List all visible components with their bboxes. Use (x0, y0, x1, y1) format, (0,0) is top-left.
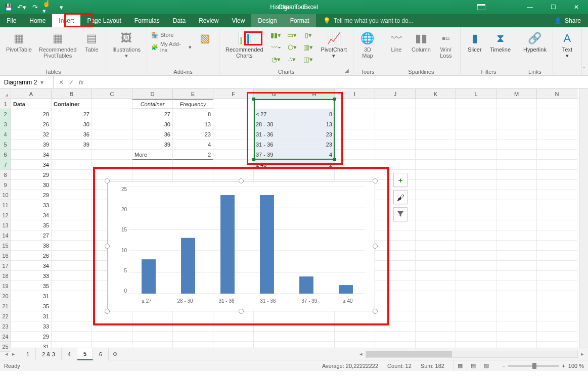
cell[interactable] (496, 332, 537, 342)
cell[interactable] (416, 139, 456, 150)
view-page-break-icon[interactable]: ▧ (480, 361, 493, 370)
cell[interactable] (52, 321, 92, 332)
cell[interactable]: 13 (294, 119, 335, 129)
cell[interactable] (537, 129, 577, 139)
row-header[interactable]: 22 (0, 311, 11, 321)
combo-chart-icon[interactable]: ▥▾ (301, 41, 316, 53)
cell[interactable]: 33 (11, 200, 52, 210)
column-header[interactable]: F (213, 89, 254, 99)
column-header[interactable]: K (416, 89, 456, 99)
cell[interactable] (537, 119, 577, 129)
cell[interactable] (456, 342, 496, 348)
cell[interactable] (416, 281, 456, 291)
cell[interactable] (456, 109, 496, 119)
row-header[interactable]: 18 (0, 271, 11, 281)
tell-me[interactable]: 💡 Tell me what you want to do... (316, 14, 547, 27)
statistic-chart-icon[interactable]: ⬡▾ (285, 41, 300, 53)
cell[interactable]: 38 (11, 241, 52, 251)
cell[interactable] (375, 342, 416, 348)
cell[interactable] (52, 281, 92, 291)
cell[interactable]: 34 (11, 261, 52, 271)
cell[interactable] (173, 321, 213, 332)
cell[interactable] (335, 109, 375, 119)
store-button[interactable]: 🏪 Store (151, 29, 192, 40)
cell[interactable] (375, 139, 416, 150)
zoom-level[interactable]: 100 % (568, 363, 584, 369)
cell[interactable] (52, 230, 92, 241)
pie-chart-icon[interactable]: ◔▾ (268, 54, 284, 65)
cell[interactable] (456, 241, 496, 251)
cell[interactable] (456, 119, 496, 129)
cell[interactable] (335, 342, 375, 348)
cell[interactable] (92, 342, 132, 348)
3d-map-button[interactable]: 🌐3D Map (357, 29, 378, 60)
cell[interactable] (537, 160, 577, 170)
cell[interactable] (456, 129, 496, 139)
cell[interactable] (416, 200, 456, 210)
cell[interactable] (456, 210, 496, 220)
row-header[interactable]: 8 (0, 170, 11, 180)
cell[interactable] (416, 119, 456, 129)
cell[interactable]: More (132, 150, 173, 160)
cell[interactable] (213, 332, 254, 342)
column-header[interactable]: G (254, 89, 294, 99)
cell[interactable]: Data (11, 99, 52, 109)
column-header[interactable]: L (456, 89, 496, 99)
cell[interactable]: 26 (11, 119, 52, 129)
cell[interactable] (294, 321, 335, 332)
cell[interactable] (456, 261, 496, 271)
tab-page-layout[interactable]: Page Layout (80, 14, 127, 27)
cell[interactable] (416, 311, 456, 321)
select-all-corner[interactable] (0, 89, 11, 99)
row-header[interactable]: 12 (0, 210, 11, 220)
row-header[interactable]: 3 (0, 119, 11, 129)
waterfall-chart-icon[interactable]: ▯▾ (301, 29, 316, 40)
undo-icon[interactable]: ↶▾ (16, 2, 27, 13)
column-header[interactable]: J (375, 89, 416, 99)
cell[interactable] (92, 160, 132, 170)
cell[interactable] (52, 241, 92, 251)
sparkline-column-button[interactable]: ▮▮Column (410, 29, 433, 54)
cell[interactable]: 30 (52, 119, 92, 129)
chart-handle[interactable] (373, 178, 378, 183)
cell[interactable] (496, 311, 537, 321)
cell[interactable]: 28 (11, 109, 52, 119)
cell[interactable]: Container (52, 99, 92, 109)
row-header[interactable]: 15 (0, 241, 11, 251)
cell[interactable] (52, 170, 92, 180)
cell[interactable] (173, 332, 213, 342)
cell[interactable] (456, 99, 496, 109)
cell[interactable] (335, 150, 375, 160)
cell[interactable] (375, 321, 416, 332)
cell[interactable] (213, 160, 254, 170)
cell[interactable] (294, 332, 335, 342)
illustrations-button[interactable]: 🖼Illustrations▾ (110, 29, 143, 60)
cell[interactable] (416, 129, 456, 139)
cell[interactable] (375, 119, 416, 129)
row-header[interactable]: 17 (0, 261, 11, 271)
cell[interactable] (92, 109, 132, 119)
cell[interactable] (416, 332, 456, 342)
cell[interactable] (213, 109, 254, 119)
cell[interactable] (537, 109, 577, 119)
cell[interactable] (537, 251, 577, 261)
cell[interactable] (92, 321, 132, 332)
cell[interactable] (92, 119, 132, 129)
line-chart-icon[interactable]: 〰▾ (268, 41, 284, 53)
cell[interactable]: 30 (132, 119, 173, 129)
cell[interactable] (456, 170, 496, 180)
cell[interactable]: ≥ 40 (254, 160, 294, 170)
cell[interactable] (416, 150, 456, 160)
row-header[interactable]: 21 (0, 301, 11, 311)
column-header[interactable]: D (132, 89, 173, 99)
cell[interactable] (375, 160, 416, 170)
cell[interactable] (132, 160, 173, 170)
cell[interactable] (537, 200, 577, 210)
cell[interactable] (416, 271, 456, 281)
cell[interactable]: 36 (132, 129, 173, 139)
sheet-tab-4[interactable]: 4 (62, 348, 77, 360)
cell[interactable] (52, 160, 92, 170)
row-header[interactable]: 1 (0, 99, 11, 109)
cell[interactable] (537, 170, 577, 180)
cell[interactable] (416, 210, 456, 220)
